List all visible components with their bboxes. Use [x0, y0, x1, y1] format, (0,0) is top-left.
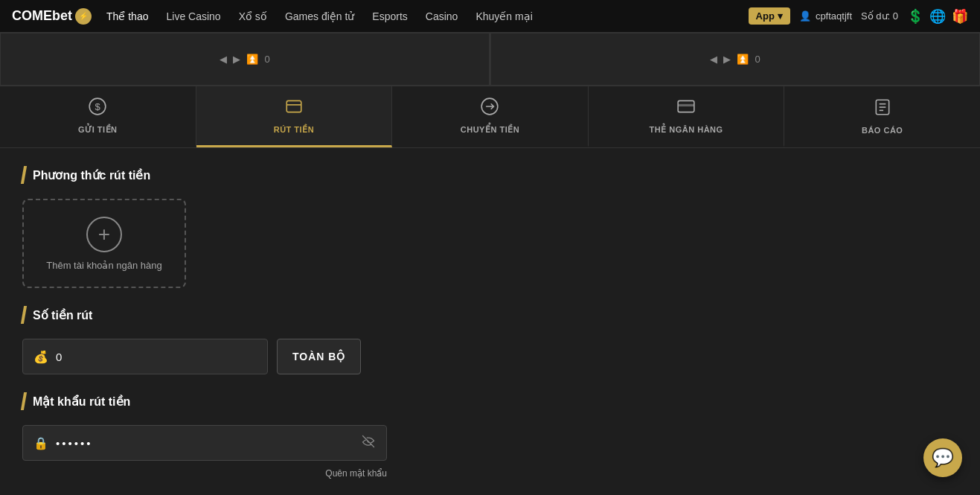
svg-text:$: $ [95, 101, 101, 112]
nav-esports[interactable]: Esports [372, 10, 407, 22]
password-section: Mật khẩu rút tiền 🔒 Quên mật khẩu [22, 392, 958, 479]
add-bank-label: Thêm tài khoản ngân hàng [46, 260, 161, 271]
tab-the-ngan-hang[interactable]: THẺ NGÂN HÀNG [589, 86, 785, 147]
chat-icon: 💬 [932, 447, 954, 468]
amount-section-title: Số tiền rút [33, 308, 92, 322]
lock-icon: 🔒 [33, 436, 48, 450]
password-input-wrapper: 🔒 [22, 425, 387, 461]
tab-bao-cao[interactable]: BÁO CÁO [784, 86, 980, 147]
nav-the-thao[interactable]: Thể thao [106, 10, 148, 22]
bao-cao-icon [873, 98, 892, 121]
nav-live-casino[interactable]: Live Casino [166, 10, 220, 22]
bao-cao-label: BÁO CÁO [862, 126, 903, 135]
nav-links: Thể thao Live Casino Xổ số Games điện tử… [106, 10, 749, 22]
balance-info: Số dư: 0 [861, 10, 898, 22]
password-section-header: Mật khẩu rút tiền [22, 392, 958, 410]
rut-tien-label: RÚT TIỀN [274, 125, 314, 135]
section-bar-1 [21, 166, 27, 184]
gui-tien-icon: $ [88, 97, 107, 121]
amount-input-wrapper: 💰 [22, 339, 268, 374]
the-ngan-hang-label: THẺ NGÂN HÀNG [650, 125, 723, 135]
card-right-icon-2: ▶ [723, 54, 731, 65]
header: COMEbet ⚡ Thể thao Live Casino Xổ số Gam… [0, 0, 980, 33]
tab-chuyen-tien[interactable]: CHUYỂN TIỀN [392, 86, 589, 147]
chuyen-tien-label: CHUYỂN TIỀN [461, 125, 519, 135]
globe-icon[interactable]: 🌐 [929, 8, 946, 25]
eye-slash-icon[interactable] [361, 434, 376, 453]
forgot-password-link[interactable]: Quên mật khẩu [22, 468, 387, 479]
nav-khuyen-mai[interactable]: Khuyến mại [475, 10, 532, 22]
amount-input[interactable] [56, 351, 257, 363]
header-right: App ▾ 👤 cpftaqtjft Số dư: 0 💲 🌐 🎁 [749, 7, 968, 25]
tab-rut-tien[interactable]: RÚT TIỀN [196, 86, 393, 147]
card-right-icons: ◀ ▶ ⏫ 0 [710, 54, 760, 65]
card-right: ◀ ▶ ⏫ 0 [490, 33, 980, 86]
card-right-icon-1: ◀ [710, 54, 717, 65]
user-info: 👤 cpftaqtjft [799, 10, 852, 22]
payment-method-title: Phương thức rút tiền [33, 168, 150, 182]
logo-text: COMEbet [12, 8, 72, 24]
balance-label: Số dư: [861, 10, 890, 22]
section-bar-3 [21, 392, 27, 410]
dollar-icon[interactable]: 💲 [907, 8, 923, 25]
logo[interactable]: COMEbet ⚡ [12, 8, 92, 25]
user-icon: 👤 [799, 10, 811, 22]
chuyen-tien-icon [480, 97, 499, 121]
nav-casino[interactable]: Casino [426, 10, 458, 22]
username: cpftaqtjft [816, 10, 852, 22]
header-icons: 💲 🌐 🎁 [907, 8, 968, 25]
app-chevron-icon: ▾ [778, 10, 783, 22]
all-button[interactable]: TOÀN BỘ [277, 339, 361, 374]
card-left-count: 0 [264, 54, 269, 65]
card-left-icons: ◀ ▶ ⏫ 0 [220, 54, 269, 65]
svg-rect-2 [286, 100, 301, 112]
card-left-icon-1: ◀ [220, 54, 227, 65]
section-bar-2 [21, 306, 27, 324]
chat-float-button[interactable]: 💬 [923, 438, 962, 477]
amount-section-header: Số tiền rút [22, 306, 958, 324]
card-right-icon-3: ⏫ [737, 54, 749, 65]
add-bank-card[interactable]: + Thêm tài khoản ngân hàng [22, 199, 186, 288]
card-left-icon-3: ⏫ [246, 54, 258, 65]
main-content: Phương thức rút tiền + Thêm tài khoản ng… [0, 148, 980, 495]
gift-icon[interactable]: 🎁 [952, 8, 968, 25]
tab-gui-tien[interactable]: $ GỬI TIỀN [0, 86, 196, 147]
card-right-count: 0 [755, 54, 760, 65]
cards-section: ◀ ▶ ⏫ 0 ◀ ▶ ⏫ 0 [0, 33, 980, 86]
card-left-icon-2: ▶ [233, 54, 240, 65]
tabs-row: $ GỬI TIỀN RÚT TIỀN CHUYỂN TIỀN [0, 86, 980, 148]
logo-badge: ⚡ [75, 8, 92, 25]
password-input[interactable] [56, 437, 353, 450]
gui-tien-label: GỬI TIỀN [78, 125, 117, 135]
nav-xo-so[interactable]: Xổ số [239, 10, 267, 22]
password-section-title: Mật khẩu rút tiền [33, 395, 130, 409]
payment-method-header: Phương thức rút tiền [22, 166, 958, 184]
svg-rect-6 [678, 104, 694, 106]
balance-value: 0 [893, 10, 898, 22]
card-left: ◀ ▶ ⏫ 0 [0, 33, 490, 86]
the-ngan-hang-icon [676, 97, 696, 121]
amount-input-row: 💰 TOÀN BỘ [22, 339, 958, 374]
add-bank-icon: + [86, 217, 122, 252]
nav-games-dien-tu[interactable]: Games điện tử [285, 10, 354, 22]
app-button[interactable]: App ▾ [749, 7, 790, 25]
rut-tien-icon [284, 97, 304, 121]
money-bag-icon: 💰 [33, 350, 48, 364]
